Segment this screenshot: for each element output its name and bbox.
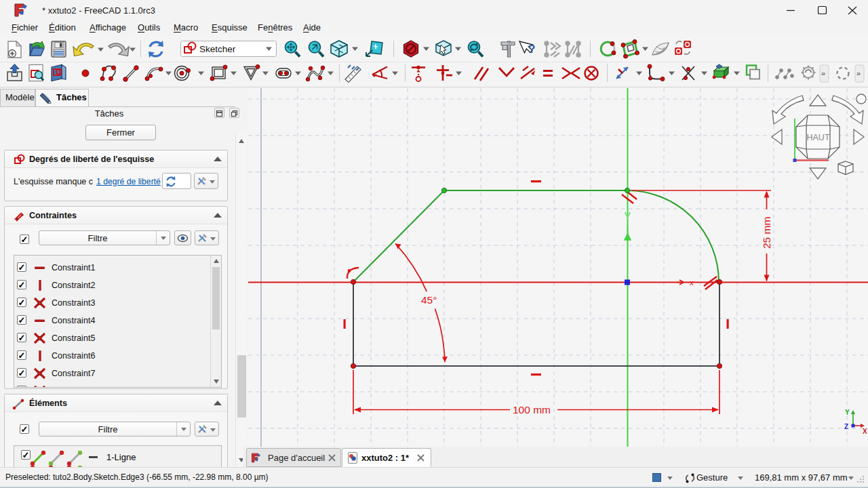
svg-text:X: X bbox=[863, 428, 867, 435]
svg-text:Y: Y bbox=[845, 409, 850, 416]
svg-text:100 mm: 100 mm bbox=[513, 404, 551, 415]
svg-text:25 mm: 25 mm bbox=[761, 217, 772, 249]
svg-text:?: ? bbox=[528, 43, 535, 56]
svg-text:»: » bbox=[856, 69, 861, 77]
svg-text:»: » bbox=[821, 69, 825, 77]
svg-text:Z: Z bbox=[844, 423, 848, 430]
svg-text:HAUT: HAUT bbox=[806, 133, 829, 142]
svg-text:45°: 45° bbox=[421, 294, 437, 306]
svg-text:Sketcher: Sketcher bbox=[199, 44, 236, 54]
svg-text:x: x bbox=[690, 279, 694, 287]
